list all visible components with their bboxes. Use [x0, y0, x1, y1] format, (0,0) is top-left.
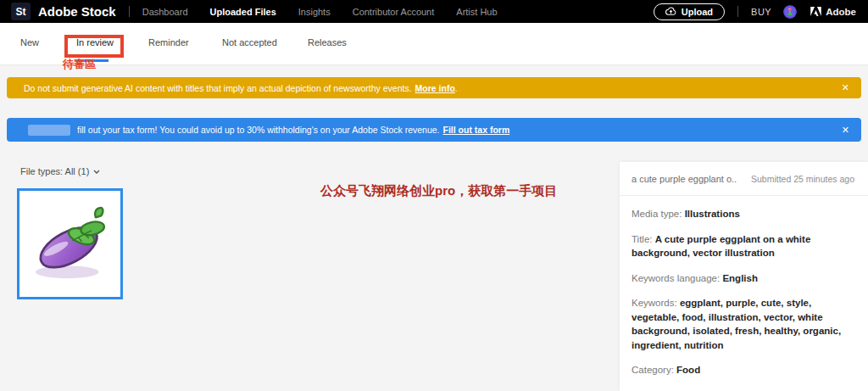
- asset-thumbnail-selected[interactable]: [17, 188, 123, 299]
- file-types-label: File types: All (1): [20, 166, 89, 176]
- top-app-bar: St Adobe Stock Dashboard Uploaded Files …: [0, 0, 868, 23]
- eggplant-illustration: [23, 195, 118, 293]
- banner-text-suffix: .: [455, 83, 458, 93]
- detail-label: Media type:: [632, 209, 682, 219]
- detail-label: Category:: [632, 365, 674, 375]
- upload-button-label: Upload: [682, 7, 713, 17]
- adobe-a-icon: [810, 7, 821, 16]
- banner-text: fill out your tax form! You could avoid …: [77, 125, 440, 135]
- banner-text: Do not submit generative AI content with…: [24, 83, 412, 93]
- user-avatar[interactable]: [783, 5, 797, 19]
- topbar-divider: [737, 6, 738, 17]
- buy-link[interactable]: BUY: [751, 7, 771, 17]
- status-tab-bar: New In review Reminder Not accepted Rele…: [0, 23, 868, 65]
- more-info-link[interactable]: More info: [415, 83, 455, 93]
- detail-value: A cute purple eggplant on a white backgr…: [632, 234, 810, 259]
- nav-uploaded-files[interactable]: Uploaded Files: [210, 7, 276, 17]
- asset-title-truncated: a cute purple eggplant o..: [632, 174, 737, 184]
- panel-header: a cute purple eggplant o.. Submitted 25 …: [632, 174, 854, 184]
- chevron-down-icon: [93, 170, 100, 174]
- nav-contributor-account[interactable]: Contributor Account: [353, 7, 435, 17]
- generative-ai-notice-banner: Do not submit generative AI content with…: [7, 77, 861, 98]
- topbar-divider: [129, 6, 130, 17]
- top-navigation: Dashboard Uploaded Files Insights Contri…: [142, 7, 498, 17]
- adobe-corporate-logo[interactable]: Adobe: [810, 7, 856, 17]
- detail-media-type: Media type: Illustrations: [632, 207, 854, 221]
- tab-new[interactable]: New: [20, 37, 39, 47]
- tab-in-review[interactable]: In review: [76, 37, 114, 47]
- detail-label: Title:: [632, 234, 653, 244]
- asset-detail-panel: a cute purple eggplant o.. Submitted 25 …: [620, 162, 868, 391]
- chinese-annotation-label: 待審區: [63, 57, 96, 72]
- brand-title: Adobe Stock: [38, 4, 116, 19]
- redacted-name-block: [28, 125, 70, 136]
- file-types-filter[interactable]: File types: All (1): [20, 166, 100, 176]
- close-icon[interactable]: ✕: [842, 83, 849, 92]
- tab-not-accepted[interactable]: Not accepted: [222, 37, 277, 47]
- fill-out-tax-form-link[interactable]: Fill out tax form: [443, 125, 510, 135]
- detail-label: Keywords language:: [632, 273, 720, 283]
- adobe-stock-contributor-page: St Adobe Stock Dashboard Uploaded Files …: [0, 0, 868, 391]
- close-icon[interactable]: ✕: [842, 126, 849, 135]
- detail-title: Title: A cute purple eggplant on a white…: [632, 232, 854, 260]
- detail-value: Illustrations: [685, 209, 740, 219]
- adobe-logo-label: Adobe: [826, 7, 856, 17]
- tab-releases[interactable]: Releases: [308, 37, 347, 47]
- upload-button[interactable]: Upload: [654, 3, 725, 20]
- detail-keywords-language: Keywords language: English: [632, 271, 854, 286]
- upload-cloud-icon: [665, 7, 676, 16]
- nav-artist-hub[interactable]: Artist Hub: [456, 7, 497, 17]
- detail-releases: Release(s):: [632, 388, 854, 391]
- detail-category: Category: Food: [632, 363, 854, 377]
- detail-value: English: [722, 273, 758, 283]
- detail-value: Food: [676, 365, 700, 375]
- nav-insights[interactable]: Insights: [298, 7, 331, 17]
- stock-logo-badge[interactable]: St: [11, 3, 31, 20]
- watermark-text: 公众号飞翔网络创业pro，获取第一手项目: [320, 183, 557, 199]
- submitted-timestamp: Submitted 25 minutes ago: [751, 174, 854, 184]
- tab-reminder[interactable]: Reminder: [148, 37, 189, 47]
- nav-dashboard[interactable]: Dashboard: [142, 7, 188, 17]
- panel-divider: [620, 195, 868, 196]
- detail-keywords: Keywords: eggplant, purple, cute, style,…: [632, 296, 854, 352]
- detail-label: Keywords:: [632, 298, 677, 308]
- tax-form-banner: fill out your tax form! You could avoid …: [7, 118, 861, 142]
